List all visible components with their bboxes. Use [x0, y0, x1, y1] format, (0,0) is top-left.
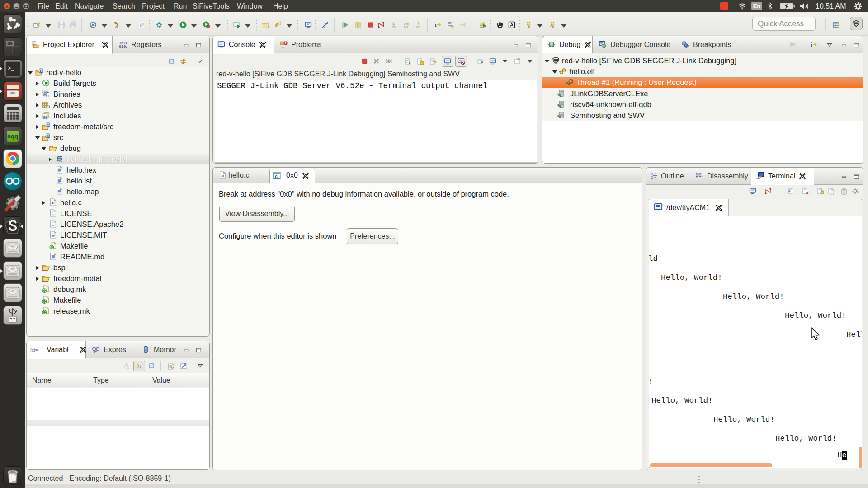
- svg-text:i: i: [811, 41, 812, 48]
- svg-text:c: c: [275, 174, 278, 179]
- svg-text:tt: tt: [127, 366, 129, 369]
- svg-text:101: 101: [140, 25, 144, 28]
- svg-text:t: t: [140, 365, 141, 369]
- svg-text:i: i: [435, 21, 437, 28]
